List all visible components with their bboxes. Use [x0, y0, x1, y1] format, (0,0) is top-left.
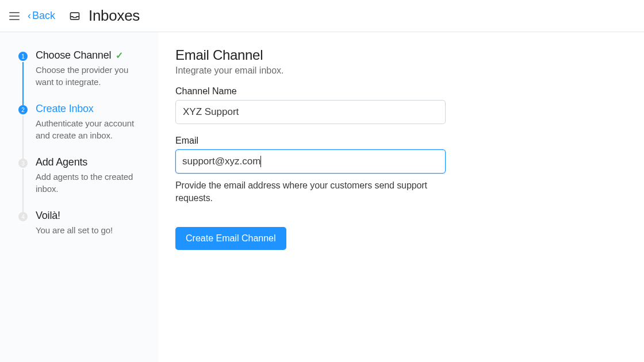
step-add-agents: 3 Add Agents Add agents to the created i…: [18, 156, 147, 195]
step-title: Create Inbox: [36, 103, 94, 115]
step-number: 4: [18, 212, 28, 221]
back-link[interactable]: ‹ Back: [28, 10, 55, 22]
step-voila: 4 Voilà! You are all set to go!: [18, 210, 147, 236]
chevron-left-icon: ‹: [28, 10, 31, 22]
back-label: Back: [32, 10, 55, 22]
form-heading: Email Channel: [175, 47, 578, 63]
step-title: Add Agents: [36, 156, 87, 168]
step-create-inbox: 2 Create Inbox Authenticate your account…: [18, 103, 147, 141]
step-description: Choose the provider you want to integrat…: [36, 64, 147, 88]
step-number: 1: [18, 52, 28, 61]
email-help-text: Provide the email address where your cus…: [175, 179, 446, 205]
step-choose-channel: 1 Choose Channel ✓ Choose the provider y…: [18, 49, 147, 88]
form-subheading: Integrate your email inbox.: [175, 66, 578, 76]
wizard-steps: 1 Choose Channel ✓ Choose the provider y…: [0, 32, 158, 362]
step-description: You are all set to go!: [36, 224, 147, 236]
step-number: 2: [18, 105, 28, 114]
email-field: Email support@xyz.com Provide the email …: [175, 136, 578, 205]
channel-name-label: Channel Name: [175, 86, 578, 97]
channel-name-field: Channel Name: [175, 86, 578, 124]
top-bar: ‹ Back Inboxes: [0, 0, 644, 32]
page-title: Inboxes: [89, 7, 140, 25]
menu-icon[interactable]: [9, 12, 20, 20]
step-description: Authenticate your account and create an …: [36, 117, 147, 141]
step-title: Choose Channel: [36, 49, 111, 61]
form-panel: Email Channel Integrate your email inbox…: [158, 32, 595, 362]
email-input[interactable]: [175, 149, 446, 174]
create-email-channel-button[interactable]: Create Email Channel: [175, 227, 286, 250]
channel-name-input[interactable]: [175, 100, 446, 124]
step-title: Voilà!: [36, 210, 60, 222]
email-label: Email: [175, 136, 578, 146]
inbox-icon: [69, 10, 80, 22]
check-icon: ✓: [116, 50, 123, 61]
step-number: 3: [18, 159, 28, 168]
step-description: Add agents to the created inbox.: [36, 171, 147, 195]
